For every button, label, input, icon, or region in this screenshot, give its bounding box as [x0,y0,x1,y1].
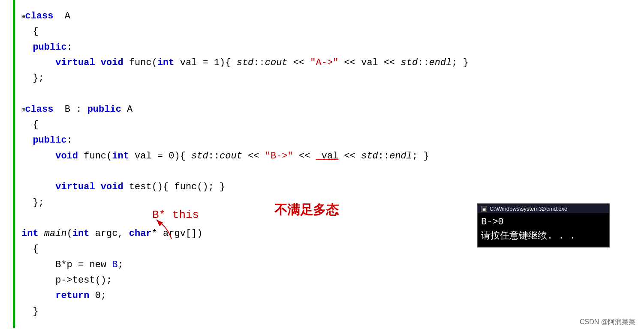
code-line-9: public: [21,133,635,148]
code-line-11 [21,164,635,179]
code-line-8: { [21,117,635,133]
green-bar [13,0,15,328]
code-line-10: void func(int val = 0){ std::cout << "B-… [21,149,635,164]
code-line-12: virtual void test(){ func(); } [21,179,635,195]
code-line-17: B*p = new B; [21,257,635,273]
code-line-4: virtual void func(int val = 1){ std::cou… [21,55,635,71]
cmd-output-line1: B->0 [481,215,605,229]
code-line-3: public: [21,40,635,55]
code-line-5: }; [21,71,635,86]
code-line-2: { [21,24,635,39]
code-line-19: return 0; [21,288,635,304]
code-line-18: p->test(); [21,273,635,288]
code-line-7: ⊞class B : public A [21,102,635,117]
annotation-arrow [154,218,189,243]
code-line-1: ⊞class A [21,9,635,24]
cmd-titlebar: ▣ C:\Windows\system32\cmd.exe [478,204,609,213]
code-area: ⊞class A { public: virtual void func(int… [0,0,644,328]
cmd-body: B->0 请按任意键继续. . . [478,213,609,247]
cmd-title: C:\Windows\system32\cmd.exe [490,206,567,212]
code-line-20: } [21,304,635,319]
cmd-icon: ▣ [481,206,487,212]
cmd-window: ▣ C:\Windows\system32\cmd.exe B->0 请按任意键… [477,203,610,248]
bumanzutai-annotation: 不满足多态 [274,201,339,219]
code-line-6 [21,86,635,101]
csdn-watermark: CSDN @阿润菜菜 [580,318,635,327]
cmd-output-line2: 请按任意键继续. . . [481,229,605,243]
